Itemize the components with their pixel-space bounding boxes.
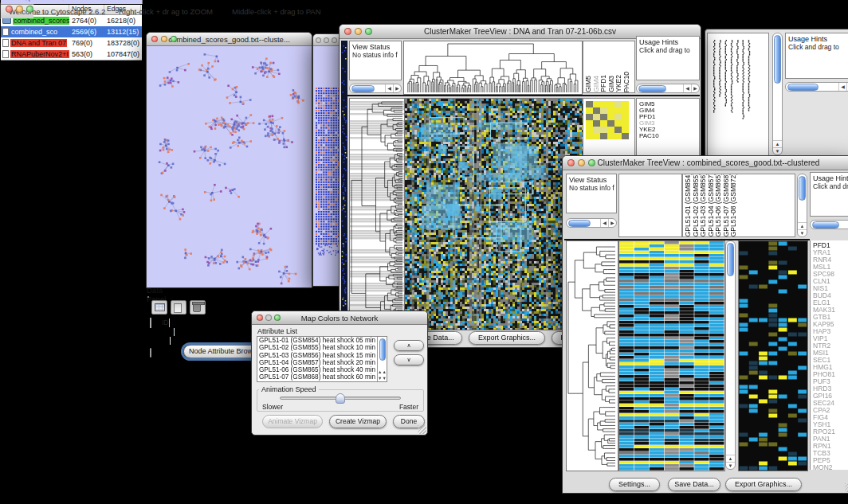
matrix-cell[interactable] bbox=[622, 114, 629, 120]
vertical-scrollbar[interactable] bbox=[797, 174, 807, 237]
matrix-cell[interactable] bbox=[607, 133, 614, 139]
matrix-cell[interactable] bbox=[622, 133, 629, 139]
attribute-item[interactable]: GPL51-07 (GSM868) heat shock 60 min bbox=[257, 373, 387, 381]
settings-button[interactable]: Settings... bbox=[609, 478, 660, 491]
close-button[interactable] bbox=[257, 315, 263, 321]
heatmap-main[interactable] bbox=[404, 98, 583, 330]
create-vizmap-button[interactable]: Create Vizmap bbox=[329, 415, 387, 428]
column-dendrogram[interactable] bbox=[403, 41, 583, 95]
zoom-button[interactable] bbox=[588, 159, 595, 166]
close-button[interactable] bbox=[316, 37, 321, 43]
array-column-labels[interactable]: GPL51-01 (GSM854)GPL51-02 (GSM855)GPL51-… bbox=[682, 174, 795, 237]
matrix-cell[interactable] bbox=[586, 120, 593, 127]
attribute-item[interactable]: GPL51-03 (GSM856) heat shock 15 min bbox=[257, 352, 387, 359]
matrix-cell[interactable] bbox=[593, 133, 600, 139]
zoom-button[interactable] bbox=[171, 36, 177, 42]
vertical-scrollbar[interactable]: ▲▼ bbox=[377, 337, 387, 381]
vertical-scrollbar[interactable] bbox=[725, 240, 736, 470]
matrix-cell[interactable] bbox=[593, 114, 600, 120]
matrix-cell[interactable] bbox=[622, 127, 629, 133]
matrix-cell[interactable] bbox=[600, 101, 607, 107]
horizontal-scrollbar[interactable] bbox=[810, 220, 848, 229]
minimize-button[interactable] bbox=[578, 159, 585, 166]
node-attribute-browser-tab[interactable]: Node Attribute Browser bbox=[183, 345, 261, 358]
export-graphics-button[interactable]: Export Graphics... bbox=[469, 331, 545, 345]
column-header[interactable]: DNA and Tran 07-21-06b... bbox=[170, 318, 173, 327]
matrix-cell[interactable] bbox=[607, 120, 614, 127]
matrix-cell[interactable] bbox=[614, 114, 622, 120]
matrix-cell[interactable] bbox=[593, 127, 600, 133]
attribute-item[interactable]: GPL51-04 (GSM857) heat shock 20 min bbox=[257, 359, 387, 366]
selected-column-labels[interactable]: GIM5GIM4PFD1GIM3YKE2PAC10 bbox=[583, 41, 635, 93]
matrix-cell[interactable] bbox=[614, 107, 622, 114]
horizontal-scrollbar[interactable] bbox=[566, 218, 617, 228]
close-button[interactable] bbox=[6, 6, 13, 13]
matrix-cell[interactable] bbox=[600, 120, 607, 127]
matrix-cell[interactable] bbox=[607, 107, 614, 114]
delete-attribute-icon[interactable] bbox=[190, 300, 206, 315]
network-table-row[interactable]: RNAPuberNov2+I563(0)107847(0) bbox=[1, 49, 142, 60]
network-view-canvas[interactable] bbox=[147, 46, 312, 287]
horizontal-scrollbar[interactable] bbox=[636, 84, 700, 93]
animate-vizmap-button[interactable]: Animate Vizmap bbox=[262, 415, 323, 428]
matrix-cell[interactable] bbox=[600, 107, 607, 114]
matrix-cell[interactable] bbox=[586, 107, 593, 114]
gene-label-list[interactable]: PFD1YRA1RNR4MSL1SPC98CLN1NIS1BUD4ELG1MAK… bbox=[810, 240, 848, 470]
resize-grip[interactable] bbox=[845, 483, 848, 492]
minimize-button[interactable] bbox=[355, 28, 362, 35]
zoom-button[interactable] bbox=[274, 315, 281, 321]
titlebar[interactable]: combined_scores_good.txt--cluste... bbox=[147, 33, 312, 46]
network-table-row[interactable]: DNA and Tran 07769(0)183728(0) bbox=[1, 37, 142, 49]
column-dendrogram-pane[interactable] bbox=[618, 174, 682, 237]
zoom-button[interactable] bbox=[332, 37, 337, 43]
export-graphics-button[interactable]: Export Graphics... bbox=[725, 478, 802, 491]
matrix-cell[interactable] bbox=[593, 101, 600, 107]
titlebar[interactable]: Map Colors to Network bbox=[252, 311, 427, 325]
close-button[interactable] bbox=[344, 28, 351, 35]
network-table-row[interactable]: combined_sco2569(6)13112(15) bbox=[1, 26, 142, 37]
matrix-cell[interactable] bbox=[586, 133, 593, 139]
column-label[interactable]: PAC10 bbox=[623, 72, 631, 92]
horizontal-scrollbar[interactable] bbox=[785, 82, 848, 92]
attribute-item[interactable]: GPL51-02 (GSM855) heat shock 10 min bbox=[257, 344, 387, 351]
matrix-cell[interactable] bbox=[593, 120, 600, 127]
attribute-item[interactable]: GPL51-06 (GSM865) heat shock 40 min bbox=[257, 366, 387, 373]
resize-grip[interactable] bbox=[418, 425, 426, 434]
gene-label[interactable]: MON2 bbox=[813, 464, 848, 470]
matrix-cell[interactable] bbox=[593, 107, 600, 114]
column-header[interactable]: ID bbox=[151, 318, 170, 327]
gene-label[interactable]: PAC10 bbox=[639, 133, 699, 139]
matrix-cell[interactable] bbox=[614, 127, 622, 133]
heatmap-main[interactable] bbox=[618, 240, 725, 471]
minimize-button[interactable] bbox=[16, 6, 23, 13]
titlebar[interactable] bbox=[313, 34, 342, 46]
new-attribute-icon[interactable] bbox=[171, 300, 186, 315]
matrix-cell[interactable] bbox=[600, 127, 607, 133]
matrix-cell[interactable] bbox=[614, 101, 622, 107]
zoom-button[interactable] bbox=[365, 28, 372, 35]
minimize-button[interactable] bbox=[161, 36, 167, 42]
heatmap-zoom[interactable] bbox=[738, 240, 808, 471]
table-mode-icon[interactable] bbox=[151, 300, 167, 315]
matrix-cell[interactable] bbox=[622, 120, 629, 127]
attribute-list[interactable]: GPL51-01 (GSM854) heat shock 05 minGPL51… bbox=[257, 336, 387, 382]
close-button[interactable] bbox=[151, 36, 158, 42]
attribute-item[interactable]: GPL51-01 (GSM854) heat shock 05 min bbox=[257, 337, 387, 344]
selection-heatmap[interactable] bbox=[586, 101, 629, 139]
global-pixel-strip[interactable] bbox=[341, 41, 347, 345]
move-down-button[interactable]: ∨ bbox=[394, 354, 424, 365]
horizontal-scrollbar[interactable] bbox=[349, 84, 402, 93]
minimize-button[interactable] bbox=[265, 315, 272, 321]
minimize-button[interactable] bbox=[324, 37, 329, 43]
matrix-cell[interactable] bbox=[607, 127, 614, 133]
matrix-cell[interactable] bbox=[607, 114, 614, 120]
slider-thumb[interactable] bbox=[336, 393, 345, 404]
matrix-cell[interactable] bbox=[600, 133, 607, 139]
data-panel-hscrollbar[interactable] bbox=[150, 348, 151, 357]
row-dendrogram[interactable] bbox=[349, 98, 405, 330]
titlebar[interactable]: ClusterMaker TreeView : combined_scores_… bbox=[563, 156, 848, 170]
matrix-cell[interactable] bbox=[586, 114, 593, 120]
close-button[interactable] bbox=[567, 159, 575, 166]
row-dendrogram[interactable] bbox=[566, 240, 618, 471]
matrix-cell[interactable] bbox=[586, 127, 593, 133]
